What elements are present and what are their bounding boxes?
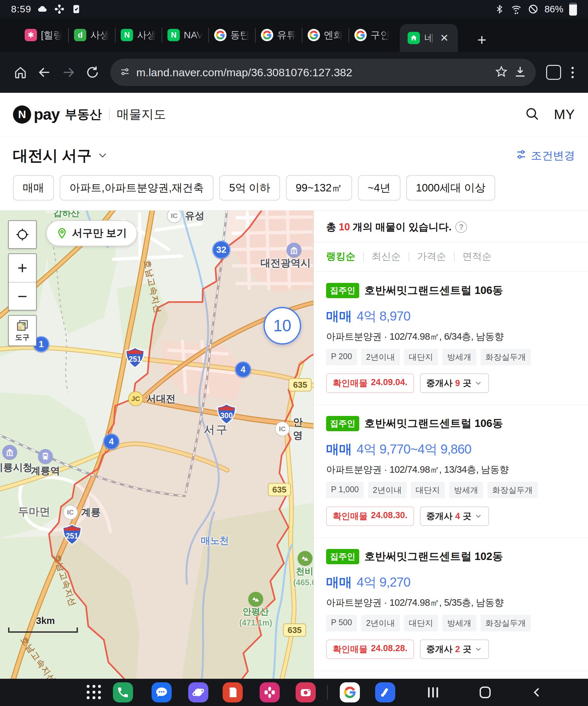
route-badge-32: 32	[212, 241, 230, 259]
help-icon[interactable]: ?	[455, 221, 467, 233]
chevron-down-icon	[474, 512, 482, 520]
chip-households[interactable]: 1000세대 이상	[406, 175, 496, 200]
menu-kebab-icon[interactable]	[567, 67, 578, 78]
chip-property-type[interactable]: 아파트,아파트분양권,재건축	[60, 175, 213, 200]
listing-card[interactable]: 집주인 호반써밋그랜드센트럴 106동 매매 4억 8,970 아파트분양권 ·…	[314, 272, 588, 405]
tag: 화장실두개	[481, 615, 531, 631]
chevron-down-icon	[474, 645, 482, 654]
route-badge-635: 635	[283, 624, 306, 637]
chip-area[interactable]: 99~132㎡	[286, 175, 352, 200]
new-tab-button[interactable]: +	[471, 31, 493, 52]
agents-dropdown-button[interactable]: 중개사 9 곳	[420, 374, 489, 393]
chip-deal-type[interactable]: 매매	[13, 175, 54, 200]
tag: 방세개	[442, 349, 476, 365]
gallery-app-icon[interactable]	[260, 682, 280, 702]
google-favicon	[354, 29, 367, 41]
tag: 대단지	[411, 482, 445, 498]
tab-google-jobs[interactable]: 구인	[349, 18, 395, 52]
tab-google-yen[interactable]: 엔화	[303, 18, 349, 52]
listing-price: 4억 9,770~4억 9,860	[357, 440, 471, 458]
interruption-blocked-icon	[527, 4, 539, 14]
tab-naver-land-active[interactable]: 네 ✕	[400, 24, 458, 52]
map-label-anpyeongsan-elev: (471.1m)	[239, 618, 272, 627]
current-location-button[interactable]	[8, 220, 37, 249]
naver-pay-logo[interactable]: N	[13, 106, 31, 124]
dock-divider	[327, 685, 328, 700]
download-icon[interactable]	[514, 65, 527, 79]
browser-toolbar: m.land.naver.com/map/36.3081076:127.382	[0, 52, 588, 93]
view-district-only-button[interactable]: 서구만 보기	[46, 220, 137, 246]
pay-wordmark[interactable]: pay	[34, 106, 60, 123]
deal-type: 매매	[326, 440, 352, 458]
region-selector[interactable]: 대전시 서구	[13, 146, 92, 166]
tag: P 200	[326, 349, 357, 365]
tab-google-dongtan[interactable]: 동탄	[209, 18, 255, 52]
url-bar[interactable]: m.land.naver.com/map/36.3081076:127.382	[110, 59, 536, 86]
agents-dropdown-button[interactable]: 중개사 2 곳	[420, 639, 489, 659]
result-count: 10	[339, 221, 350, 233]
reload-icon[interactable]	[82, 62, 103, 83]
tab-switcher-button[interactable]	[543, 62, 564, 83]
apps-grid-icon[interactable]	[87, 685, 102, 700]
ic-badge: IC	[63, 505, 78, 520]
back-icon[interactable]	[34, 62, 55, 83]
phone-app-icon[interactable]	[113, 682, 133, 702]
back-button[interactable]	[527, 679, 547, 706]
tab-google-youtube[interactable]: 유튜	[256, 18, 302, 52]
camera-app-icon[interactable]	[296, 682, 316, 702]
map-label-ic-gyeryong: IC 계룡	[63, 505, 101, 520]
sort-ranking[interactable]: 랭킹순	[326, 250, 355, 263]
notes-app-icon[interactable]	[223, 682, 243, 702]
filter-sliders-icon	[515, 149, 527, 163]
route-badge-4: 4	[235, 361, 251, 378]
google-app-icon[interactable]	[340, 682, 360, 702]
tag: P 500	[326, 615, 357, 631]
deal-type: 매매	[326, 573, 352, 591]
ic-badge: IC	[167, 210, 182, 223]
agents-dropdown-button[interactable]: 중개사 4 곳	[420, 506, 489, 526]
map-label-cheonbisan: 천비산	[296, 565, 314, 577]
search-icon[interactable]	[525, 107, 540, 123]
map-canvas[interactable]: 갑하산 (468.7m) IC 유성 32 대전광역시 호남고속지선 1 251…	[0, 210, 313, 679]
jc-badge: JC	[128, 391, 143, 406]
change-conditions-button[interactable]: 조건변경	[515, 148, 575, 163]
naver-favicon: N	[121, 29, 133, 41]
chip-age[interactable]: ~4년	[358, 175, 400, 200]
home-button[interactable]	[475, 679, 495, 706]
map-label-cheonbisan-elev: (465.6m	[293, 578, 313, 587]
url-text[interactable]: m.land.naver.com/map/36.3081076:127.382	[136, 66, 489, 79]
site-settings-icon[interactable]	[119, 66, 130, 79]
sort-newest[interactable]: 최신순	[371, 250, 401, 263]
land-section-label[interactable]: 부동산	[65, 106, 102, 123]
tab-naver-2[interactable]: N NAV	[162, 18, 208, 52]
listing-card[interactable]: 집주인 호반써밋그랜드센트럴 102동 매매 4억 9,270 아파트분양권 ·…	[314, 538, 588, 671]
chevron-down-icon[interactable]	[97, 150, 108, 162]
bookmark-star-icon[interactable]	[495, 65, 508, 79]
result-summary: 총 10 개의 매물이 있습니다. ?	[314, 210, 588, 242]
my-menu[interactable]: MY	[554, 107, 575, 122]
tag: 방세개	[449, 482, 483, 498]
recent-apps-button[interactable]	[423, 679, 443, 706]
listing-price: 4억 9,270	[357, 573, 410, 591]
status-bar: 8:59	[0, 0, 588, 18]
map-tools-button[interactable]: 도구	[8, 315, 37, 346]
zoom-out-button[interactable]: −	[9, 282, 36, 310]
listing-cluster-marker[interactable]: 10	[264, 307, 301, 345]
tab-healing[interactable]: ✱ [힐링	[19, 18, 68, 52]
home-icon[interactable]	[10, 62, 31, 83]
zoom-in-button[interactable]: +	[9, 254, 36, 282]
listing-card[interactable]: 집주인 호반써밋그랜드센트럴 105동 매매 4억 9,770	[314, 671, 588, 679]
sort-price[interactable]: 가격순	[417, 250, 446, 263]
map-label-gaphasan: 갑하산	[53, 210, 80, 219]
close-tab-icon[interactable]: ✕	[439, 32, 450, 44]
tab-daangn[interactable]: d 사생	[69, 18, 115, 52]
chip-price[interactable]: 5억 이하	[219, 175, 280, 200]
messages-app-icon[interactable]	[152, 682, 172, 702]
listing-price: 4억 8,970	[357, 307, 410, 325]
samsung-internet-app-icon[interactable]	[188, 682, 208, 702]
forward-icon[interactable]	[58, 62, 79, 83]
tab-naver-1[interactable]: N 사생	[116, 18, 162, 52]
listing-card[interactable]: 집주인 호반써밋그랜드센트럴 106동 매매 4억 9,770~4억 9,860…	[314, 405, 588, 538]
ads-app-icon[interactable]	[375, 682, 395, 702]
sort-area[interactable]: 면적순	[462, 250, 492, 263]
